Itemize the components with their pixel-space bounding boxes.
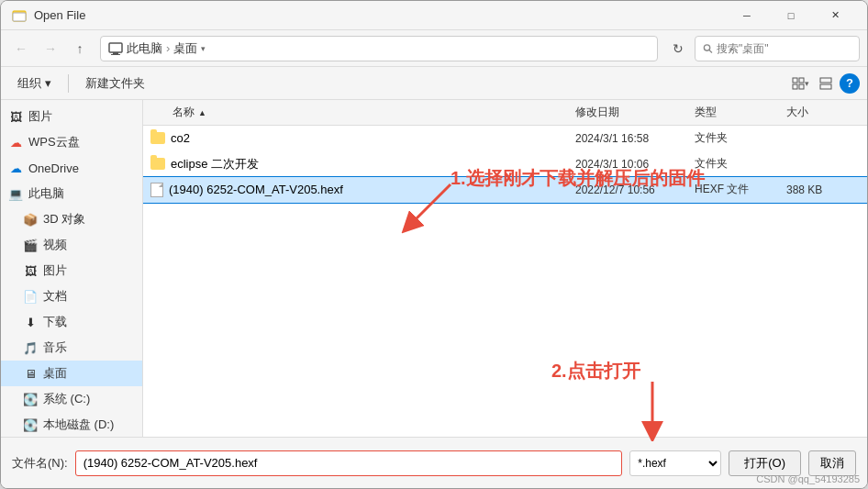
view-controls: ▾ ? <box>788 72 860 95</box>
filename-input[interactable] <box>75 450 623 476</box>
header-date[interactable]: 修改日期 <box>575 105 695 120</box>
sidebar-item-label: 本地磁盘 (D:) <box>43 417 114 433</box>
header-type[interactable]: 类型 <box>695 105 786 120</box>
svg-rect-8 <box>799 78 804 83</box>
sidebar-item-label: 系统 (C:) <box>43 391 90 407</box>
main-content: 🖼 图片 ☁ WPS云盘 ☁ OneDrive 💻 此电脑 📦 3D 对象 🎬 <box>1 100 867 437</box>
svg-rect-1 <box>13 13 26 21</box>
maximize-button[interactable]: □ <box>770 1 812 30</box>
svg-line-6 <box>709 50 712 52</box>
sidebar-item-label: OneDrive <box>28 161 79 175</box>
svg-rect-9 <box>793 84 797 89</box>
downloads-icon: ⬇ <box>23 315 38 329</box>
sidebar-item-label: WPS云盘 <box>28 134 80 150</box>
sidebar-item-desktop[interactable]: 🖥 桌面 <box>1 361 142 386</box>
sidebar-item-pictures2[interactable]: 🖼 图片 <box>1 258 142 283</box>
video-icon: 🎬 <box>23 238 38 252</box>
sidebar-item-onedrive[interactable]: ☁ OneDrive <box>1 155 142 181</box>
breadcrumb-desktop: 桌面 <box>173 40 197 57</box>
help-button[interactable]: ? <box>840 73 860 94</box>
search-icon <box>703 43 713 54</box>
new-folder-button[interactable]: 新建文件夹 <box>76 72 154 95</box>
layout-button[interactable] <box>814 72 838 95</box>
pictures-icon: 🖼 <box>8 109 23 124</box>
desktop-icon: 🖥 <box>23 366 38 381</box>
organize-button[interactable]: 组织 ▾ <box>8 72 61 95</box>
navigation-toolbar: ← → ↑ 此电脑 › 桌面 ▾ ↻ <box>1 30 867 67</box>
sidebar-item-label: 3D 对象 <box>43 211 85 228</box>
sidebar-item-label: 音乐 <box>43 339 67 356</box>
thispc-icon: 💻 <box>8 186 23 201</box>
svg-rect-4 <box>111 54 120 55</box>
music-icon: 🎵 <box>23 340 38 355</box>
svg-rect-12 <box>820 84 831 89</box>
sidebar-item-system[interactable]: 💽 系统 (C:) <box>1 386 142 412</box>
wps-icon: ☁ <box>8 135 23 150</box>
breadcrumb-pc: 此电脑 <box>127 40 162 57</box>
header-name[interactable]: 名称 ▲ <box>150 105 575 120</box>
sidebar-item-local[interactable]: 💽 本地磁盘 (D:) <box>1 412 142 437</box>
svg-point-5 <box>704 44 709 50</box>
svg-rect-3 <box>113 52 118 54</box>
sidebar-item-documents[interactable]: 📄 文档 <box>1 283 142 309</box>
sidebar-item-label: 桌面 <box>43 365 67 382</box>
table-row[interactable]: co2 2024/3/1 16:58 文件夹 <box>143 126 867 151</box>
local-icon: 💽 <box>23 417 38 432</box>
file-list-header: 名称 ▲ 修改日期 类型 大小 <box>143 100 867 126</box>
address-bar: 此电脑 › 桌面 ▾ <box>100 36 658 61</box>
dialog-title: Open File <box>34 8 726 22</box>
sidebar-item-pictures[interactable]: 🖼 图片 <box>1 104 142 129</box>
header-size[interactable]: 大小 <box>786 105 860 120</box>
folder-icon <box>150 158 165 170</box>
sidebar-item-label: 此电脑 <box>28 185 64 202</box>
sidebar: 🖼 图片 ☁ WPS云盘 ☁ OneDrive 💻 此电脑 📦 3D 对象 🎬 <box>1 100 143 437</box>
layout-icon <box>819 77 832 90</box>
breadcrumb-sep1: › <box>166 41 170 55</box>
open-file-dialog: Open File ─ □ ✕ ← → ↑ 此电脑 › 桌面 ▾ ↻ <box>0 0 868 489</box>
action-bar: 组织 ▾ 新建文件夹 ▾ ? <box>1 67 867 100</box>
sidebar-item-label: 文档 <box>43 288 67 305</box>
folder-icon <box>150 132 165 144</box>
sidebar-item-downloads[interactable]: ⬇ 下载 <box>1 309 142 335</box>
system-icon: 💽 <box>23 392 38 406</box>
filename-label: 文件名(N): <box>12 455 68 472</box>
filetype-select[interactable]: *.hexf <box>629 450 721 476</box>
sidebar-item-3d[interactable]: 📦 3D 对象 <box>1 206 142 232</box>
address-dropdown-icon[interactable]: ▾ <box>201 44 206 53</box>
breadcrumb: 此电脑 › 桌面 <box>108 40 197 57</box>
forward-button[interactable]: → <box>38 36 63 61</box>
cancel-button[interactable]: 取消 <box>808 450 856 476</box>
pictures2-icon: 🖼 <box>23 263 38 278</box>
search-input[interactable] <box>717 42 851 55</box>
sidebar-item-label: 图片 <box>43 262 67 279</box>
onedrive-icon: ☁ <box>8 161 23 175</box>
svg-rect-11 <box>820 78 831 83</box>
minimize-button[interactable]: ─ <box>726 1 768 30</box>
sort-icon: ▲ <box>198 108 206 117</box>
separator <box>68 74 69 93</box>
up-button[interactable]: ↑ <box>67 36 93 61</box>
open-button[interactable]: 打开(O) <box>729 450 801 476</box>
view-dropdown-icon: ▾ <box>805 79 809 88</box>
close-button[interactable]: ✕ <box>814 1 856 30</box>
table-row[interactable]: eclipse 二次开发 2024/3/1 10:06 文件夹 <box>143 151 867 177</box>
file-icon <box>150 183 163 197</box>
svg-rect-10 <box>799 84 804 89</box>
sidebar-item-video[interactable]: 🎬 视频 <box>1 232 142 258</box>
refresh-button[interactable]: ↻ <box>665 36 691 61</box>
sidebar-item-music[interactable]: 🎵 音乐 <box>1 335 142 361</box>
dialog-icon <box>12 8 27 23</box>
back-button[interactable]: ← <box>8 36 34 61</box>
bottom-bar: 文件名(N): *.hexf 打开(O) 取消 <box>1 437 867 488</box>
sidebar-item-label: 视频 <box>43 237 67 253</box>
table-row[interactable]: (1940) 6252-COM_AT-V205.hexf 2022/12/7 1… <box>143 177 867 203</box>
3d-icon: 📦 <box>23 212 38 227</box>
sidebar-item-label: 下载 <box>43 314 67 330</box>
title-bar: Open File ─ □ ✕ <box>1 1 867 30</box>
sidebar-item-thispc[interactable]: 💻 此电脑 <box>1 181 142 206</box>
sidebar-item-wps[interactable]: ☁ WPS云盘 <box>1 129 142 155</box>
file-list: 名称 ▲ 修改日期 类型 大小 co2 2024/3/1 <box>143 100 867 437</box>
svg-rect-2 <box>109 43 122 52</box>
view-toggle-button[interactable]: ▾ <box>788 72 812 95</box>
view-grid-icon <box>792 77 805 90</box>
